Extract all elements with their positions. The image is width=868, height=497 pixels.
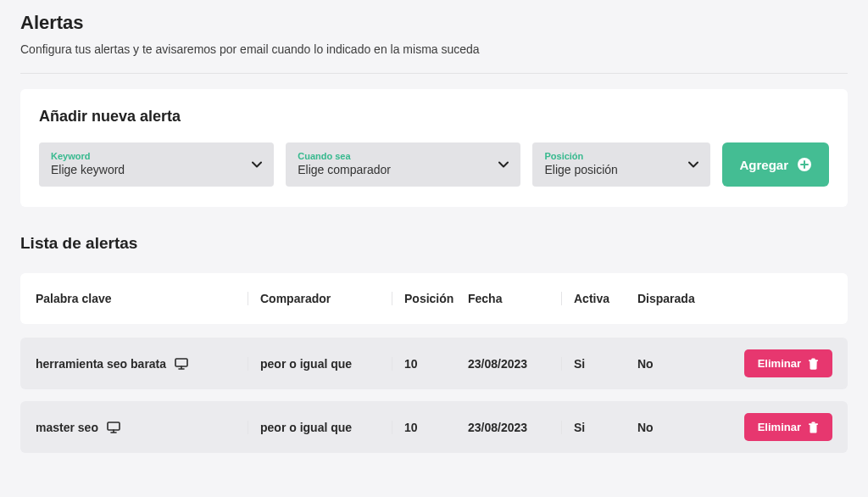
posicion-select[interactable]: Posición Elige posición bbox=[532, 142, 710, 187]
add-alert-title: Añadir nueva alerta bbox=[39, 108, 829, 126]
delete-button-label: Eliminar bbox=[758, 357, 801, 370]
list-title: Lista de alertas bbox=[20, 234, 848, 253]
svg-rect-2 bbox=[810, 360, 817, 369]
th-comparador: Comparador bbox=[248, 292, 392, 305]
th-disparada: Disparada bbox=[637, 292, 722, 305]
add-alert-card: Añadir nueva alerta Keyword Elige keywor… bbox=[20, 89, 848, 207]
table-row: master seo peor o igual que 10 23/08/202… bbox=[20, 401, 848, 453]
th-posicion: Posición bbox=[392, 292, 468, 305]
th-activa: Activa bbox=[561, 292, 637, 305]
svg-rect-5 bbox=[108, 422, 120, 430]
row-disparada: No bbox=[637, 357, 722, 371]
row-activa: Si bbox=[561, 421, 637, 434]
th-fecha: Fecha bbox=[468, 292, 561, 305]
monitor-icon bbox=[107, 422, 120, 433]
row-comparador: peor o igual que bbox=[248, 421, 392, 434]
comparador-select-value: Elige comparador bbox=[298, 163, 509, 176]
chevron-down-icon bbox=[498, 161, 509, 168]
delete-button-label: Eliminar bbox=[758, 421, 801, 433]
row-posicion: 10 bbox=[392, 357, 468, 371]
chevron-down-icon bbox=[688, 161, 698, 168]
trash-icon bbox=[808, 358, 819, 370]
svg-rect-8 bbox=[811, 422, 815, 423]
svg-rect-6 bbox=[810, 424, 817, 433]
trash-icon bbox=[808, 422, 819, 433]
row-posicion: 10 bbox=[392, 421, 468, 434]
svg-rect-4 bbox=[811, 358, 815, 360]
add-alert-form-row: Keyword Elige keyword Cuando sea Elige c… bbox=[39, 142, 829, 187]
delete-button[interactable]: Eliminar bbox=[744, 413, 832, 441]
plus-circle-icon bbox=[797, 157, 812, 172]
add-button-label: Agregar bbox=[739, 158, 788, 172]
svg-rect-1 bbox=[175, 359, 187, 366]
divider bbox=[20, 73, 848, 74]
posicion-select-label: Posición bbox=[544, 151, 698, 161]
monitor-icon bbox=[175, 358, 188, 370]
chevron-down-icon bbox=[252, 161, 262, 168]
row-keyword: master seo bbox=[36, 421, 98, 434]
row-keyword: herramienta seo barata bbox=[36, 357, 166, 371]
row-disparada: No bbox=[637, 421, 722, 434]
keyword-select-value: Elige keyword bbox=[51, 163, 262, 176]
page-title: Alertas bbox=[20, 12, 848, 34]
row-fecha: 23/08/2023 bbox=[468, 421, 561, 434]
delete-button[interactable]: Eliminar bbox=[744, 349, 832, 377]
row-comparador: peor o igual que bbox=[248, 357, 392, 371]
th-keyword: Palabra clave bbox=[36, 292, 248, 305]
comparador-select-label: Cuando sea bbox=[298, 151, 509, 161]
add-button[interactable]: Agregar bbox=[722, 142, 829, 187]
posicion-select-value: Elige posición bbox=[544, 163, 698, 176]
row-activa: Si bbox=[561, 357, 637, 371]
keyword-select[interactable]: Keyword Elige keyword bbox=[39, 142, 274, 187]
table-row: herramienta seo barata peor o igual que … bbox=[20, 338, 848, 389]
keyword-select-label: Keyword bbox=[51, 151, 262, 161]
row-fecha: 23/08/2023 bbox=[468, 357, 561, 371]
comparador-select[interactable]: Cuando sea Elige comparador bbox=[286, 142, 520, 187]
table-header: Palabra clave Comparador Posición Fecha … bbox=[20, 273, 848, 324]
alerts-table: Palabra clave Comparador Posición Fecha … bbox=[20, 273, 848, 453]
page-subtitle: Configura tus alertas y te avisaremos po… bbox=[20, 42, 848, 56]
